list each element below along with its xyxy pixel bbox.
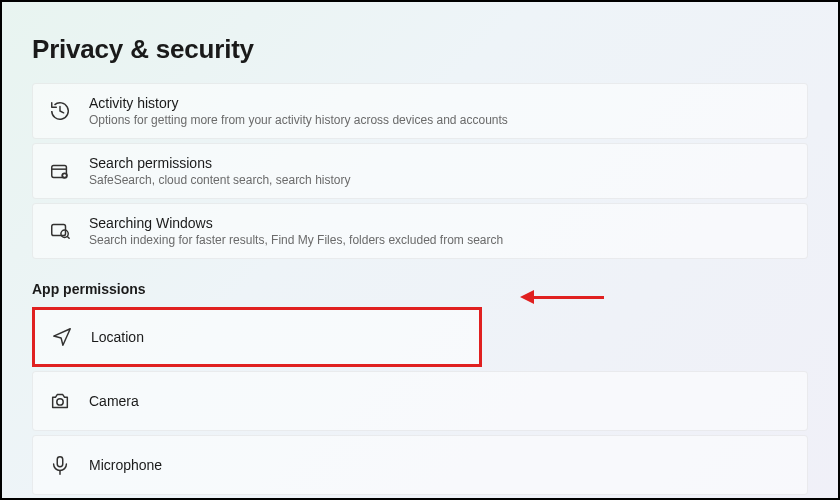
annotation-arrow (520, 290, 604, 304)
svg-rect-8 (57, 457, 63, 467)
section-app-permissions: App permissions (32, 281, 808, 297)
activity-history-icon (49, 100, 71, 122)
page-title: Privacy & security (32, 34, 808, 65)
setting-search-permissions[interactable]: Search permissions SafeSearch, cloud con… (32, 143, 808, 199)
svg-line-5 (67, 237, 69, 239)
setting-title: Location (91, 329, 144, 345)
setting-desc: Options for getting more from your activ… (89, 113, 508, 127)
setting-desc: Search indexing for faster results, Find… (89, 233, 503, 247)
setting-title: Activity history (89, 95, 508, 111)
searching-windows-icon (49, 220, 71, 242)
setting-title: Search permissions (89, 155, 350, 171)
setting-title: Camera (89, 393, 139, 409)
setting-title: Searching Windows (89, 215, 503, 231)
camera-icon (49, 390, 71, 412)
microphone-icon (49, 454, 71, 476)
permission-microphone[interactable]: Microphone (32, 435, 808, 495)
svg-marker-6 (54, 329, 71, 346)
svg-point-7 (57, 399, 63, 405)
permission-camera[interactable]: Camera (32, 371, 808, 431)
setting-activity-history[interactable]: Activity history Options for getting mor… (32, 83, 808, 139)
location-icon (51, 326, 73, 348)
search-permissions-icon (49, 160, 71, 182)
setting-searching-windows[interactable]: Searching Windows Search indexing for fa… (32, 203, 808, 259)
setting-title: Microphone (89, 457, 162, 473)
permission-location[interactable]: Location (32, 307, 482, 367)
svg-point-2 (63, 174, 66, 177)
setting-desc: SafeSearch, cloud content search, search… (89, 173, 350, 187)
